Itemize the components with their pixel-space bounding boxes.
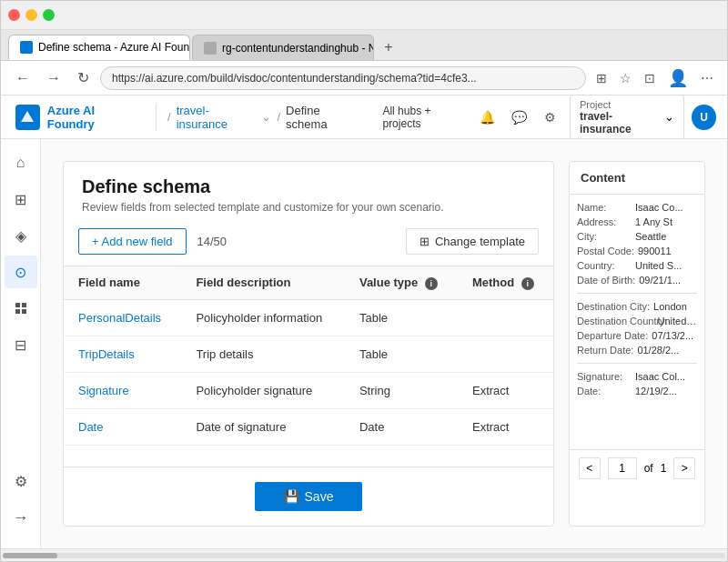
sidebar-icon-settings[interactable]: ⚙ bbox=[5, 465, 37, 497]
collections-icon[interactable]: ⊡ bbox=[640, 68, 660, 88]
sidebar-icon-deploy[interactable] bbox=[5, 292, 37, 325]
content-field-label: Name: bbox=[577, 202, 632, 213]
content-field: Country:United S... bbox=[577, 260, 697, 271]
menu-icon[interactable]: ⋯ bbox=[696, 68, 718, 88]
prev-page-button[interactable]: < bbox=[579, 457, 601, 479]
sidebar: ⌂ ⊞ ◈ ⊙ ⊟ ⚙ → bbox=[1, 139, 41, 548]
content-field-value: Isaac Co... bbox=[635, 202, 683, 213]
minimize-button[interactable] bbox=[25, 9, 37, 21]
breadcrumb-link-insurance[interactable]: travel-insurance bbox=[177, 104, 257, 131]
tab-inactive[interactable]: rg-contentunderstandinghub - N... ✕ bbox=[192, 35, 374, 60]
content-field: Destination City:London bbox=[577, 301, 697, 312]
field-name-link[interactable]: Signature bbox=[78, 384, 129, 397]
project-info: Project travel-insurance bbox=[580, 99, 659, 135]
content-pagination: < of 1 > bbox=[570, 449, 704, 487]
new-tab-button[interactable]: + bbox=[376, 35, 401, 60]
content-panel-body: Name:Isaac Co...Address:1 Any StCity:Sea… bbox=[570, 195, 704, 449]
sidebar-icon-model[interactable]: ◈ bbox=[5, 219, 37, 252]
app-logo: Azure AI Foundry bbox=[15, 104, 157, 131]
tab-active[interactable]: Define schema - Azure AI Found... ✕ bbox=[8, 35, 190, 60]
content-field-value: Isaac Col... bbox=[635, 371, 685, 382]
save-button[interactable]: 💾 Save bbox=[255, 482, 363, 511]
chat-icon[interactable]: 💬 bbox=[507, 105, 531, 130]
total-pages: 1 bbox=[661, 462, 667, 475]
avatar[interactable]: U bbox=[692, 105, 716, 130]
content-field: Postal Code:990011 bbox=[577, 246, 697, 256]
maximize-button[interactable] bbox=[43, 9, 55, 21]
content-field-value: 01/28/2... bbox=[637, 345, 679, 356]
next-page-button[interactable]: > bbox=[673, 457, 695, 479]
content-field: Date:12/19/2... bbox=[577, 386, 697, 396]
col-value-type: Value type i bbox=[345, 266, 458, 299]
content-field: Signature:Isaac Col... bbox=[577, 371, 697, 382]
field-method: Extract bbox=[458, 408, 553, 445]
address-text: https://ai.azure.com/build/visdoc/conten… bbox=[112, 72, 477, 85]
content-field-value: 09/21/1... bbox=[639, 275, 681, 286]
field-name-link[interactable]: TripDetails bbox=[78, 347, 135, 361]
back-button[interactable]: ← bbox=[10, 66, 35, 90]
field-method: Extract bbox=[458, 372, 553, 408]
content-field: Date of Birth:09/21/1... bbox=[577, 275, 697, 286]
close-button[interactable] bbox=[8, 9, 20, 21]
page-number-input[interactable] bbox=[608, 457, 637, 479]
bottom-scrollbar[interactable] bbox=[1, 548, 727, 561]
save-icon: 💾 bbox=[284, 489, 299, 504]
content-panel: Content Name:Isaac Co...Address:1 Any St… bbox=[569, 161, 705, 527]
tab-favicon2 bbox=[204, 42, 217, 55]
nav-icons: ⊞ ☆ ⊡ 👤 ⋯ bbox=[592, 65, 718, 91]
value-type-info-icon[interactable]: i bbox=[425, 277, 438, 290]
content-field-value: 990011 bbox=[638, 246, 672, 256]
breadcrumb-sep2: / bbox=[277, 110, 280, 124]
scroll-thumb[interactable] bbox=[3, 553, 57, 558]
field-name-link[interactable]: Date bbox=[78, 420, 103, 434]
change-template-button[interactable]: ⊞ Change template bbox=[406, 228, 539, 255]
sidebar-icon-signout[interactable]: → bbox=[5, 501, 37, 534]
forward-button[interactable]: → bbox=[41, 66, 66, 90]
table-header-row: Field name Field description Value type … bbox=[64, 266, 553, 299]
sidebar-icon-home[interactable]: ⌂ bbox=[5, 146, 37, 179]
address-bar[interactable]: https://ai.azure.com/build/visdoc/conten… bbox=[100, 66, 586, 90]
method-info-icon[interactable]: i bbox=[521, 277, 534, 290]
sidebar-icon-data[interactable]: ⊙ bbox=[5, 256, 37, 288]
schema-table: Field name Field description Value type … bbox=[64, 266, 553, 467]
title-bar bbox=[1, 1, 727, 30]
content-field-value: United S... bbox=[635, 260, 682, 271]
favorites-icon[interactable]: ☆ bbox=[615, 68, 636, 88]
hubs-link[interactable]: All hubs + projects bbox=[382, 105, 468, 130]
add-field-button[interactable]: + Add new field bbox=[78, 228, 187, 255]
sidebar-icon-grid[interactable]: ⊞ bbox=[5, 183, 37, 216]
settings-icon[interactable]: ⚙ bbox=[538, 105, 562, 130]
content-field-label: Date: bbox=[577, 386, 632, 396]
svg-rect-1 bbox=[15, 303, 20, 307]
col-field-desc: Field description bbox=[181, 266, 345, 299]
page-title: Define schema bbox=[82, 176, 535, 197]
app-brand-text: Azure AI Foundry bbox=[47, 104, 141, 131]
azure-logo-icon bbox=[15, 105, 40, 130]
app-bar-right: All hubs + projects 🔔 💬 ⚙ Project travel… bbox=[371, 95, 727, 140]
scroll-track bbox=[3, 553, 725, 558]
field-name-link[interactable]: PersonalDetails bbox=[78, 311, 161, 325]
content-field-value: United K... bbox=[657, 316, 697, 326]
sidebar-icon-monitor[interactable]: ⊟ bbox=[5, 328, 37, 361]
content-field-label: Departure Date: bbox=[577, 330, 648, 341]
refresh-button[interactable]: ↻ bbox=[72, 65, 95, 90]
tab-title2: rg-contentunderstandinghub - N... bbox=[222, 42, 374, 55]
field-value-type: Table bbox=[345, 299, 458, 336]
notifications-icon[interactable]: 🔔 bbox=[475, 105, 500, 130]
breadcrumb-dropdown-icon: ⌄ bbox=[261, 110, 271, 124]
project-badge[interactable]: Project travel-insurance ⌄ bbox=[570, 95, 684, 140]
content-field-value: 07/13/2... bbox=[652, 330, 693, 341]
copy-icon: ⊞ bbox=[420, 235, 430, 248]
change-template-label: Change template bbox=[435, 235, 525, 248]
content-field-value: Seattle bbox=[635, 231, 666, 242]
content-field: Name:Isaac Co... bbox=[577, 202, 697, 213]
tab-favicon bbox=[20, 41, 33, 54]
project-name: travel-insurance bbox=[580, 110, 659, 135]
field-description: Date of signature bbox=[181, 408, 345, 445]
content-area: Define schema Review fields from selecte… bbox=[41, 139, 727, 548]
breadcrumb-current: Define schema bbox=[286, 104, 360, 131]
extensions-icon[interactable]: ⊞ bbox=[592, 68, 612, 88]
page-content: Define schema Review fields from selecte… bbox=[41, 139, 727, 548]
profile-icon[interactable]: 👤 bbox=[663, 65, 693, 91]
field-method bbox=[458, 299, 553, 336]
